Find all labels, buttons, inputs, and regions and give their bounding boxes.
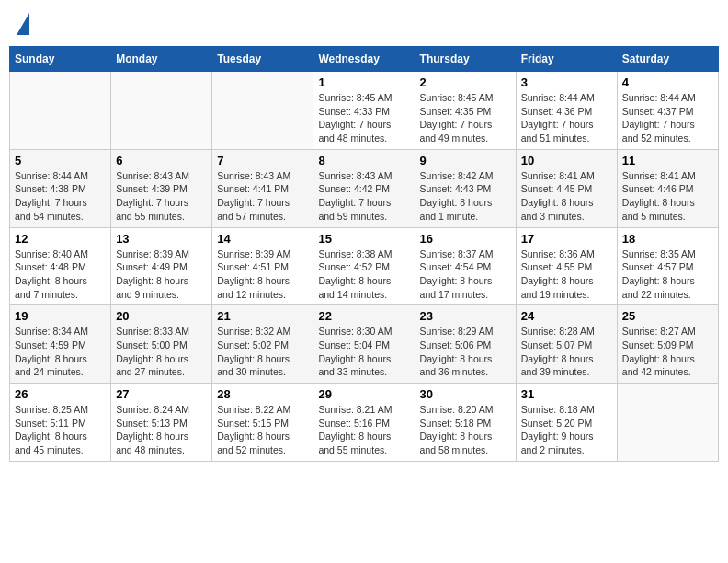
day-info: Sunrise: 8:41 AMSunset: 4:46 PMDaylight:…: [622, 169, 713, 224]
day-info: Sunrise: 8:28 AMSunset: 5:07 PMDaylight:…: [521, 325, 612, 379]
day-number: 28: [217, 387, 308, 401]
day-info: Sunrise: 8:30 AMSunset: 5:04 PMDaylight:…: [318, 325, 409, 379]
day-info: Sunrise: 8:41 AMSunset: 4:45 PMDaylight:…: [521, 169, 612, 224]
calendar-week-row: 26Sunrise: 8:25 AMSunset: 5:11 PMDayligh…: [10, 384, 719, 462]
calendar-cell: 15Sunrise: 8:38 AMSunset: 4:52 PMDayligh…: [313, 227, 415, 305]
day-number: 1: [318, 75, 409, 89]
day-number: 14: [217, 232, 308, 246]
day-info: Sunrise: 8:21 AMSunset: 5:16 PMDaylight:…: [318, 403, 409, 457]
day-info: Sunrise: 8:25 AMSunset: 5:11 PMDaylight:…: [15, 403, 106, 457]
calendar-table: SundayMondayTuesdayWednesdayThursdayFrid…: [9, 46, 719, 462]
calendar-cell: 17Sunrise: 8:36 AMSunset: 4:55 PMDayligh…: [516, 227, 617, 305]
day-number: 29: [318, 387, 409, 401]
day-number: 16: [420, 232, 511, 246]
calendar-cell: [617, 384, 718, 462]
day-info: Sunrise: 8:43 AMSunset: 4:39 PMDaylight:…: [116, 169, 207, 224]
calendar-cell: 20Sunrise: 8:33 AMSunset: 5:00 PMDayligh…: [111, 305, 212, 384]
day-info: Sunrise: 8:20 AMSunset: 5:18 PMDaylight:…: [420, 403, 511, 457]
day-number: 15: [318, 232, 409, 246]
day-info: Sunrise: 8:43 AMSunset: 4:42 PMDaylight:…: [318, 169, 409, 224]
day-number: 19: [15, 309, 106, 323]
day-number: 22: [318, 309, 409, 323]
calendar-week-row: 1Sunrise: 8:45 AMSunset: 4:33 PMDaylight…: [10, 72, 719, 150]
calendar-cell: 1Sunrise: 8:45 AMSunset: 4:33 PMDaylight…: [313, 72, 415, 150]
day-info: Sunrise: 8:35 AMSunset: 4:57 PMDaylight:…: [622, 247, 713, 302]
page-header: [9, 9, 719, 39]
calendar-cell: 2Sunrise: 8:45 AMSunset: 4:35 PMDaylight…: [415, 72, 516, 150]
calendar-cell: 13Sunrise: 8:39 AMSunset: 4:49 PMDayligh…: [111, 227, 212, 305]
day-info: Sunrise: 8:37 AMSunset: 4:54 PMDaylight:…: [420, 247, 511, 302]
day-number: 27: [116, 387, 207, 401]
calendar-cell: 8Sunrise: 8:43 AMSunset: 4:42 PMDaylight…: [313, 149, 415, 227]
day-number: 7: [217, 154, 308, 167]
day-number: 31: [521, 387, 612, 401]
calendar-cell: 29Sunrise: 8:21 AMSunset: 5:16 PMDayligh…: [313, 384, 415, 462]
day-info: Sunrise: 8:42 AMSunset: 4:43 PMDaylight:…: [420, 169, 511, 224]
day-info: Sunrise: 8:38 AMSunset: 4:52 PMDaylight:…: [318, 247, 409, 302]
calendar-cell: 19Sunrise: 8:34 AMSunset: 4:59 PMDayligh…: [10, 305, 111, 384]
day-info: Sunrise: 8:43 AMSunset: 4:41 PMDaylight:…: [217, 169, 308, 224]
calendar-cell: 18Sunrise: 8:35 AMSunset: 4:57 PMDayligh…: [617, 227, 718, 305]
calendar-cell: 30Sunrise: 8:20 AMSunset: 5:18 PMDayligh…: [415, 384, 516, 462]
day-number: 3: [521, 75, 612, 89]
calendar-cell: 7Sunrise: 8:43 AMSunset: 4:41 PMDaylight…: [212, 149, 313, 227]
calendar-week-row: 5Sunrise: 8:44 AMSunset: 4:38 PMDaylight…: [10, 149, 719, 227]
logo: [15, 13, 29, 35]
day-info: Sunrise: 8:27 AMSunset: 5:09 PMDaylight:…: [622, 325, 713, 379]
calendar-cell: 5Sunrise: 8:44 AMSunset: 4:38 PMDaylight…: [10, 149, 111, 227]
day-number: 18: [622, 232, 713, 246]
day-number: 26: [15, 387, 106, 401]
day-info: Sunrise: 8:44 AMSunset: 4:36 PMDaylight:…: [521, 91, 612, 145]
day-number: 10: [521, 154, 612, 167]
calendar-week-row: 12Sunrise: 8:40 AMSunset: 4:48 PMDayligh…: [10, 227, 719, 305]
column-header-thursday: Thursday: [415, 47, 516, 72]
day-info: Sunrise: 8:44 AMSunset: 4:38 PMDaylight:…: [15, 169, 106, 224]
day-number: 5: [15, 154, 106, 167]
calendar-cell: 12Sunrise: 8:40 AMSunset: 4:48 PMDayligh…: [10, 227, 111, 305]
calendar-cell: 3Sunrise: 8:44 AMSunset: 4:36 PMDaylight…: [516, 72, 617, 150]
calendar-cell: 31Sunrise: 8:18 AMSunset: 5:20 PMDayligh…: [516, 384, 617, 462]
day-info: Sunrise: 8:32 AMSunset: 5:02 PMDaylight:…: [217, 325, 308, 379]
day-info: Sunrise: 8:36 AMSunset: 4:55 PMDaylight:…: [521, 247, 612, 302]
day-number: 2: [420, 75, 511, 89]
column-header-monday: Monday: [111, 47, 212, 72]
day-info: Sunrise: 8:40 AMSunset: 4:48 PMDaylight:…: [15, 247, 106, 302]
day-number: 13: [116, 232, 207, 246]
calendar-header-row: SundayMondayTuesdayWednesdayThursdayFrid…: [10, 47, 719, 72]
calendar-cell: 27Sunrise: 8:24 AMSunset: 5:13 PMDayligh…: [111, 384, 212, 462]
day-info: Sunrise: 8:18 AMSunset: 5:20 PMDaylight:…: [521, 403, 612, 457]
day-info: Sunrise: 8:29 AMSunset: 5:06 PMDaylight:…: [420, 325, 511, 379]
calendar-cell: 16Sunrise: 8:37 AMSunset: 4:54 PMDayligh…: [415, 227, 516, 305]
day-number: 21: [217, 309, 308, 323]
day-number: 30: [420, 387, 511, 401]
calendar-cell: 26Sunrise: 8:25 AMSunset: 5:11 PMDayligh…: [10, 384, 111, 462]
calendar-cell: 22Sunrise: 8:30 AMSunset: 5:04 PMDayligh…: [313, 305, 415, 384]
day-number: 23: [420, 309, 511, 323]
calendar-cell: 6Sunrise: 8:43 AMSunset: 4:39 PMDaylight…: [111, 149, 212, 227]
day-info: Sunrise: 8:24 AMSunset: 5:13 PMDaylight:…: [116, 403, 207, 457]
calendar-cell: 28Sunrise: 8:22 AMSunset: 5:15 PMDayligh…: [212, 384, 313, 462]
calendar-cell: 24Sunrise: 8:28 AMSunset: 5:07 PMDayligh…: [516, 305, 617, 384]
calendar-cell: [212, 72, 313, 150]
column-header-tuesday: Tuesday: [212, 47, 313, 72]
day-info: Sunrise: 8:39 AMSunset: 4:51 PMDaylight:…: [217, 247, 308, 302]
column-header-friday: Friday: [516, 47, 617, 72]
logo-triangle-icon: [17, 13, 29, 35]
calendar-cell: [111, 72, 212, 150]
calendar-cell: 10Sunrise: 8:41 AMSunset: 4:45 PMDayligh…: [516, 149, 617, 227]
column-header-saturday: Saturday: [617, 47, 718, 72]
calendar-cell: 21Sunrise: 8:32 AMSunset: 5:02 PMDayligh…: [212, 305, 313, 384]
day-number: 8: [318, 154, 409, 167]
day-number: 9: [420, 154, 511, 167]
day-number: 25: [622, 309, 713, 323]
day-number: 24: [521, 309, 612, 323]
calendar-cell: 11Sunrise: 8:41 AMSunset: 4:46 PMDayligh…: [617, 149, 718, 227]
day-info: Sunrise: 8:22 AMSunset: 5:15 PMDaylight:…: [217, 403, 308, 457]
calendar-cell: 14Sunrise: 8:39 AMSunset: 4:51 PMDayligh…: [212, 227, 313, 305]
day-info: Sunrise: 8:39 AMSunset: 4:49 PMDaylight:…: [116, 247, 207, 302]
logo-text: [15, 13, 29, 35]
calendar-cell: 9Sunrise: 8:42 AMSunset: 4:43 PMDaylight…: [415, 149, 516, 227]
calendar-week-row: 19Sunrise: 8:34 AMSunset: 4:59 PMDayligh…: [10, 305, 719, 384]
day-info: Sunrise: 8:45 AMSunset: 4:35 PMDaylight:…: [420, 91, 511, 145]
day-number: 17: [521, 232, 612, 246]
